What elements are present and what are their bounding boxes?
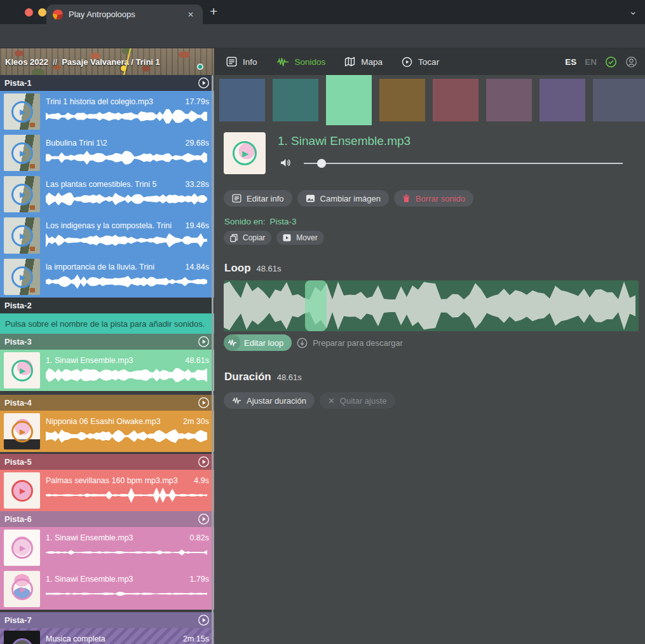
sound-thumbnail[interactable]: ▶	[4, 571, 40, 607]
tab-search-chevron-icon[interactable]: ⌄	[629, 5, 637, 17]
color-swatch[interactable]	[273, 79, 318, 121]
track-header[interactable]: Pista-6	[0, 511, 214, 527]
play-icon[interactable]: ▶	[11, 421, 33, 442]
clear-adjust-button[interactable]: ✕ Quitar ajuste	[320, 392, 395, 409]
language-es[interactable]: ES	[565, 57, 576, 67]
browser-tab[interactable]: Play Antropoloops ✕	[46, 4, 203, 24]
sound-thumbnail[interactable]: ▶	[4, 631, 40, 644]
sound-row[interactable]: ▶ Musica completa2m 15s	[0, 628, 214, 644]
close-tab-icon[interactable]: ✕	[185, 9, 196, 20]
tab-tocar[interactable]: Tocar	[402, 57, 439, 67]
edit-loop-button[interactable]: Editar loop	[224, 334, 292, 351]
play-icon[interactable]: ▶	[11, 638, 33, 644]
delete-sound-button[interactable]: Borrar sonido	[394, 190, 473, 207]
sound-row[interactable]: ▶ Nipponia 06 Esashi Oiwake.mp32m 30s	[0, 411, 214, 452]
color-swatch[interactable]	[379, 79, 425, 121]
move-button[interactable]: Mover	[276, 231, 323, 245]
color-swatch[interactable]	[433, 79, 479, 121]
waveform-icon	[232, 397, 241, 404]
color-swatch[interactable]	[540, 79, 585, 121]
play-icon[interactable]: ▶	[11, 537, 33, 559]
tab-sonidos[interactable]: Sonidos	[276, 57, 326, 67]
sound-thumbnail[interactable]: ▶	[4, 217, 40, 254]
sound-thumbnail[interactable]: ▶	[4, 472, 40, 509]
sound-thumbnail[interactable]: ▶	[4, 259, 40, 295]
account-icon[interactable]	[625, 56, 637, 68]
play-icon[interactable]: ▶	[11, 579, 33, 600]
prepare-download-button[interactable]: Preparar para descargar	[297, 338, 403, 348]
sound-thumbnail[interactable]: ▶	[4, 93, 40, 130]
volume-icon[interactable]	[280, 157, 292, 168]
track-name[interactable]: Pista-1	[4, 78, 32, 88]
sound-row[interactable]: ▶ Bubulina Trini 1\229.68s	[0, 132, 214, 174]
tab-info[interactable]: Info	[226, 57, 257, 67]
adjust-duration-button[interactable]: Ajustar duración	[224, 392, 315, 409]
play-icon[interactable]: ▶	[233, 141, 257, 165]
sound-thumbnail[interactable]: ▶	[4, 530, 40, 566]
sound-row[interactable]: ▶ 1. Sinawi Ensemble.mp31.79s	[0, 568, 214, 610]
track-play-button[interactable]	[198, 456, 210, 468]
track-name[interactable]: Pista-5	[4, 457, 32, 467]
change-image-button[interactable]: Cambiar imágen	[297, 190, 389, 207]
sound-thumbnail[interactable]: ▶	[4, 413, 40, 449]
sound-waveform	[46, 586, 209, 601]
volume-slider-knob[interactable]	[317, 159, 326, 168]
sound-thumbnail[interactable]: ▶	[4, 352, 40, 388]
saved-check-icon[interactable]	[605, 56, 617, 68]
track-play-button[interactable]	[198, 614, 210, 626]
track-header[interactable]: Pista-5	[0, 454, 214, 470]
language-en[interactable]: EN	[585, 57, 597, 67]
track-play-button[interactable]	[198, 513, 210, 525]
sound-row[interactable]: ▶ Los indigenas y la compostela. Trini19…	[0, 215, 214, 256]
track-name[interactable]: Pista-6	[4, 514, 32, 524]
tab-mapa[interactable]: Mapa	[344, 57, 383, 67]
volume-slider[interactable]	[304, 163, 623, 164]
track-header[interactable]: Pista-7	[0, 612, 214, 628]
sidebar-scrollbar[interactable]	[212, 75, 214, 644]
play-icon[interactable]: ▶	[11, 266, 33, 288]
copy-button[interactable]: Copiar	[224, 231, 271, 245]
sound-row[interactable]: ▶ la importancia de la lluvia. Trini14.8…	[0, 256, 214, 298]
sound-location-link[interactable]: Pista-3	[270, 217, 297, 226]
traffic-light-minimize[interactable]	[38, 8, 46, 17]
track-play-button[interactable]	[198, 336, 210, 348]
play-icon[interactable]: ▶	[11, 360, 33, 381]
track-name[interactable]: Pista-2	[4, 301, 32, 310]
play-icon[interactable]: ▶	[11, 184, 33, 205]
sound-row[interactable]: ▶ 1. Sinawi Ensemble.mp30.82s	[0, 527, 214, 568]
breadcrumb-project[interactable]: Kleos 2022	[5, 57, 48, 67]
sound-meta: 1. Sinawi Ensemble.mp31.79s	[46, 571, 209, 610]
loop-waveform-panel[interactable]	[224, 280, 639, 331]
color-swatch[interactable]	[593, 79, 645, 121]
track-header[interactable]: Pista-1	[0, 75, 214, 91]
sound-thumbnail[interactable]: ▶	[4, 135, 40, 171]
play-icon[interactable]: ▶	[11, 142, 33, 164]
play-icon[interactable]: ▶	[11, 101, 33, 123]
track-header[interactable]: Pista-3	[0, 334, 214, 350]
sound-row[interactable]: ▶ 1. Sinawi Ensemble.mp348.61s	[0, 350, 214, 391]
track-name[interactable]: Pista-4	[4, 398, 32, 408]
edit-info-button[interactable]: Editar info	[224, 190, 292, 207]
sound-row[interactable]: ▶ Las plantas comestibles. Trini 533.28s	[0, 174, 214, 215]
track-name[interactable]: Pista-3	[4, 337, 32, 346]
loop-selection-band[interactable]	[305, 280, 327, 331]
trash-icon	[402, 194, 411, 203]
color-swatch[interactable]	[219, 79, 265, 121]
traffic-light-close[interactable]	[25, 8, 33, 17]
play-icon[interactable]: ▶	[11, 480, 33, 502]
track-play-button[interactable]	[198, 77, 210, 89]
new-tab-button[interactable]: +	[210, 4, 217, 19]
sound-row[interactable]: ▶ Trini 1 historia del colegio.mp317.79s	[0, 91, 214, 132]
track-header[interactable]: Pista-4	[0, 395, 214, 411]
sound-name: Los indigenas y la compostela. Trini	[46, 221, 172, 230]
track-name[interactable]: Pista-7	[4, 615, 32, 625]
track-header[interactable]: Pista-2	[0, 298, 214, 313]
play-icon[interactable]: ▶	[11, 225, 33, 247]
track-play-button[interactable]	[198, 397, 210, 409]
sound-thumbnail[interactable]: ▶	[4, 176, 40, 212]
color-swatch[interactable]	[486, 79, 532, 121]
color-swatch-selected[interactable]	[326, 75, 372, 125]
sound-detail-thumbnail[interactable]: ▶	[224, 132, 266, 174]
sound-row[interactable]: ▶ Palmas sevillanas 160 bpm mp3.mp34.9s	[0, 470, 214, 511]
project-breadcrumb-map[interactable]: Kleos 2022 // Pasaje Valvanera / Trini 1	[0, 48, 214, 75]
